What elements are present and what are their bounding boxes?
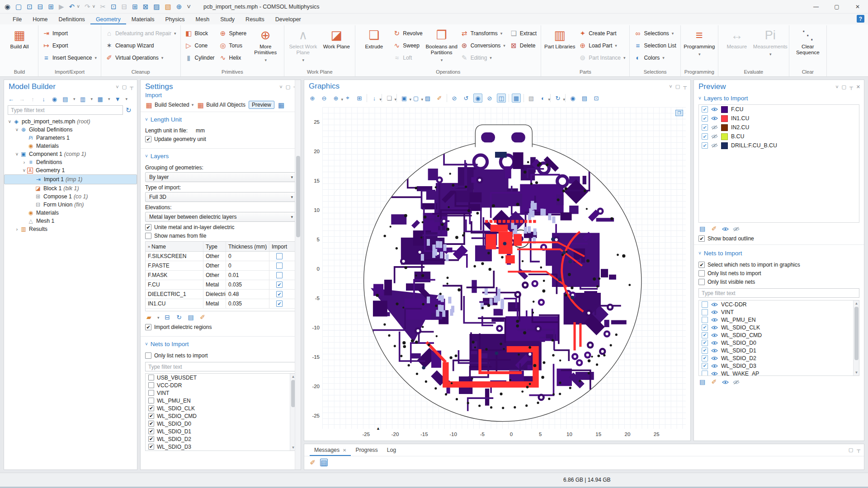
cylinder-button[interactable]: ▮Cylinder	[183, 52, 217, 63]
preview-button[interactable]: Preview	[249, 101, 274, 109]
zoom-box-icon[interactable]: ⊕▾	[331, 94, 340, 103]
tree-item-definitions[interactable]: ›≡Definitions	[4, 158, 137, 166]
table-row[interactable]: DIELECTRIC_1Dielectric0.48✔	[146, 290, 296, 299]
eye-visible-icon[interactable]	[711, 318, 718, 322]
tree-expand-icon[interactable]: ›	[21, 160, 27, 165]
show-icon[interactable]: ◉	[51, 95, 58, 103]
net-row[interactable]: ✔WL_SDIO_CLK	[699, 324, 859, 331]
menu-tab-physics[interactable]: Physics	[160, 15, 190, 24]
checkbox[interactable]	[145, 233, 151, 239]
virtual-operations-button[interactable]: ✐Virtual Operations▾	[104, 52, 178, 63]
checkbox[interactable]: ✔	[145, 136, 151, 142]
more-primitives-button[interactable]: ⊕More Primitives▾	[249, 25, 282, 68]
clear-messages-icon[interactable]: ✐	[309, 459, 316, 466]
tree-item-materials[interactable]: ◉Materials	[4, 209, 137, 217]
length-unit-section-header[interactable]: ˅Length Unit	[145, 114, 296, 126]
reset-hiding-icon[interactable]: ↺	[462, 94, 471, 103]
select-region-icon[interactable]: ▨	[153, 3, 160, 10]
delete-button[interactable]: ⊠Delete	[508, 40, 538, 51]
tab-messages[interactable]: Messages✕	[310, 445, 351, 456]
checkbox[interactable]: ✔	[276, 282, 283, 288]
update-plot-icon[interactable]: ↻▾	[553, 94, 562, 103]
net-row[interactable]: USB_VBUSDET	[146, 374, 296, 381]
chevron-down-icon[interactable]: ˅	[669, 84, 672, 89]
checkbox[interactable]	[148, 375, 154, 380]
eye-hidden-icon[interactable]	[711, 125, 718, 130]
new-file-icon[interactable]: ▢	[15, 3, 22, 10]
torus-button[interactable]: ◎Torus	[217, 40, 249, 51]
back-icon[interactable]: ←	[8, 95, 14, 103]
tree-item-compose-1[interactable]: ⊞Compose 1(co 1)	[4, 192, 137, 201]
save-table-icon[interactable]: ⊟	[164, 314, 171, 321]
eye-visible-icon[interactable]	[711, 325, 718, 330]
net-row[interactable]: ✔WL_SDIO_D2	[699, 354, 859, 362]
import-dielectric-checkbox[interactable]: ✔Import dielectric regions	[145, 324, 296, 330]
eye-visible-icon[interactable]	[711, 107, 718, 112]
grouping-of-geometries-select[interactable]: By layer▾	[145, 172, 296, 182]
checkbox[interactable]	[276, 253, 283, 259]
tree-item-block-1[interactable]: ◪Block 1(blk 1)	[4, 184, 137, 192]
float-panel-icon[interactable]: ▢	[849, 447, 853, 453]
burn-selection-icon[interactable]: ▧	[165, 3, 171, 10]
tree-item-geometry-1[interactable]: ˅AGeometry 1	[4, 166, 137, 174]
net-row[interactable]: ✔WL_SDIO_D2	[146, 435, 296, 443]
checkbox[interactable]: ✔	[702, 363, 708, 369]
checkbox[interactable]	[702, 309, 708, 315]
tree-expand-icon[interactable]: ˅	[7, 119, 13, 124]
extract-button[interactable]: ❑Extract	[508, 28, 538, 39]
chevron-down-icon[interactable]: ˅	[279, 84, 282, 89]
sphere-button[interactable]: ⊕Sphere	[217, 28, 249, 39]
tree-expand-icon[interactable]: ˅	[21, 168, 27, 173]
net-row[interactable]: ✔WL_SDIO_D0	[146, 420, 296, 427]
selections-button[interactable]: ∞Selections▾	[632, 28, 678, 39]
view-clip-icon[interactable]: ◫	[497, 94, 506, 103]
only-list-nets-checkbox[interactable]: Only list nets to import	[145, 352, 296, 359]
snapshot-icon[interactable]: ◉	[568, 94, 577, 103]
type-of-import-select[interactable]: Full 3D▾	[145, 192, 296, 202]
tree-item-mesh-1[interactable]: △Mesh 1	[4, 217, 137, 225]
clear-sequence-button[interactable]: ⋱Clear Sequence	[792, 25, 824, 68]
menu-tab-study[interactable]: Study	[215, 15, 240, 24]
paste-icon[interactable]: ⊟	[122, 3, 127, 10]
eye-hidden-icon[interactable]	[733, 380, 740, 385]
checkbox[interactable]: ✔	[145, 224, 151, 230]
filter-icon[interactable]: ▼	[114, 95, 121, 103]
dropdown-chevron-icon[interactable]: ▾	[108, 97, 110, 101]
dropdown-chevron-icon[interactable]: ▾	[73, 97, 75, 101]
pin-panel-icon[interactable]: ┬	[849, 84, 853, 89]
net-row[interactable]: ✔WL_SDIO_CMD	[146, 412, 296, 420]
eye-visible-icon[interactable]	[711, 302, 718, 307]
view-controls-icon[interactable]: ❐	[675, 110, 683, 116]
hide-objects-icon[interactable]: ⊘	[450, 94, 459, 103]
selection-list-button[interactable]: ≡Selection List	[632, 40, 678, 51]
part-libraries-button[interactable]: ▥Part Libraries	[543, 25, 576, 68]
checkbox[interactable]: ✔	[702, 355, 708, 361]
copy-icon[interactable]: ⊡	[111, 3, 117, 10]
save-as-icon[interactable]: ⊞	[48, 3, 54, 10]
checkbox[interactable]	[702, 371, 708, 376]
load-file-icon[interactable]: ▰	[145, 314, 153, 321]
grid-icon[interactable]: ▦	[512, 94, 521, 103]
checkbox[interactable]: ✔	[702, 347, 708, 354]
image-export-icon[interactable]: ▤	[580, 94, 589, 103]
menu-tab-home[interactable]: Home	[27, 15, 53, 24]
checkbox[interactable]	[276, 272, 283, 278]
menu-tab-mesh[interactable]: Mesh	[190, 15, 215, 24]
net-row[interactable]: VCC-DDR	[146, 381, 296, 389]
layers-to-import-section-header[interactable]: ˅Layers to Import	[698, 93, 859, 104]
checkbox[interactable]: ✔	[702, 332, 708, 338]
preview-nets-filter-input[interactable]	[698, 288, 859, 298]
tree-item-materials[interactable]: ◉Materials	[4, 142, 137, 150]
forward-icon[interactable]: →	[19, 95, 25, 103]
eye-hidden-icon[interactable]	[711, 134, 718, 139]
eye-visible-icon[interactable]	[711, 116, 718, 121]
scroll-up-icon[interactable]: ▲	[854, 300, 859, 306]
menu-tab-geometry[interactable]: Geometry	[90, 15, 126, 24]
table-row[interactable]: IN1.CUMetal0.035✔	[146, 299, 296, 309]
table-view-icon[interactable]: ▤	[320, 459, 328, 466]
checkbox[interactable]: ✔	[702, 324, 708, 331]
deselect-box-icon[interactable]: ▢▾	[411, 94, 420, 103]
show-board-outline-checkbox[interactable]: ✔Show board outline	[698, 235, 859, 242]
sweep-button[interactable]: ∿Sweep	[391, 40, 424, 51]
expand-columns-icon[interactable]: »	[148, 244, 150, 249]
